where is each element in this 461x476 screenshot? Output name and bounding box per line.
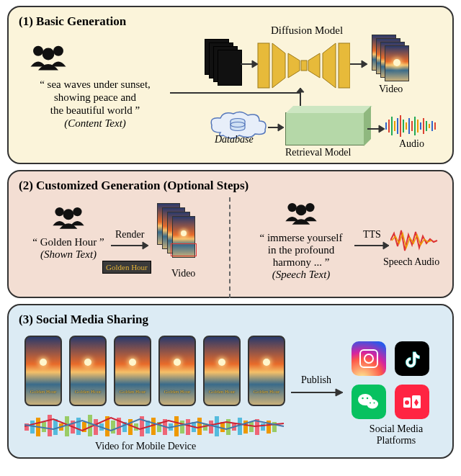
social-platforms-label-l1: Social Media [360,423,432,435]
svg-point-48 [305,203,314,212]
svg-marker-97 [336,389,343,396]
social-platforms-label-l2: Platforms [360,435,432,446]
arrow-db-to-retrieval [268,122,284,133]
svg-rect-91 [249,422,254,432]
svg-point-43 [73,207,81,216]
svg-rect-63 [88,415,92,436]
phone-frame: Golden Hour [24,336,62,406]
wechat-icon [352,385,386,419]
diffusion-model-icon [256,39,350,93]
svg-rect-53 [30,421,35,434]
svg-point-0 [33,46,43,56]
svg-point-102 [370,403,371,404]
panel2-title: (2) Customized Generation (Optional Step… [19,179,442,193]
arrow-publish [291,387,343,398]
speech-text-caption: (Speech Text) [243,269,359,281]
svg-point-103 [374,403,375,404]
svg-point-100 [362,398,364,400]
svg-marker-46 [143,242,148,249]
svg-marker-23 [379,125,385,133]
svg-rect-61 [76,418,81,435]
video-label-2: Video [171,268,195,279]
phone-frame: Golden Hour [158,336,196,406]
svg-rect-74 [151,418,156,435]
speech-audio-waveform-icon [390,226,441,255]
svg-rect-6 [301,60,307,71]
panel2-divider [229,197,230,298]
panel-customized-generation: (2) Customized Generation (Optional Step… [7,170,454,298]
svg-rect-9 [339,43,350,88]
audio-label: Audio [399,138,424,150]
speech-text-l2: in the profound [243,244,359,256]
svg-rect-79 [180,421,184,434]
svg-marker-5 [288,53,300,78]
phone-frame: Golden Hour [114,336,151,406]
content-text-block: “ sea waves under sunset, showing peace … [23,43,167,130]
svg-point-1 [53,46,63,56]
svg-rect-80 [186,419,190,435]
svg-point-49 [296,205,307,215]
people-icon [279,200,323,229]
svg-rect-3 [258,43,269,88]
golden-hour-chip: Golden Hour [102,261,151,274]
arrow-noise-to-diffusion [241,59,258,69]
svg-point-2 [42,48,55,60]
render-label: Render [115,229,144,241]
shown-text-line: “ Golden Hour ” [22,236,115,248]
phone-frame: Golden Hour [69,336,107,406]
video-label: Video [379,84,403,95]
content-text-caption: (Content Text) [23,117,167,130]
speech-audio-label: Speech Audio [383,256,439,268]
panel-basic-generation: (1) Basic Generation “ sea waves under s… [7,6,454,164]
panel-social-sharing: (3) Social Media Sharing Golden Hour Gol… [7,304,454,459]
arrow-render [111,241,148,251]
instagram-icon [352,341,386,376]
svg-point-44 [63,209,74,220]
panel2-content: “ Golden Hour ” (Shown Text) Render Gold… [19,197,442,298]
svg-rect-57 [53,419,58,435]
panel1-content: “ sea waves under sunset, showing peace … [19,33,442,159]
content-text-line1: “ sea waves under sunset, [23,78,167,91]
retrieval-model-label: Retrieval Model [285,147,351,158]
svg-rect-84 [209,421,213,434]
shown-text-caption: (Shown Text) [22,248,115,261]
svg-marker-7 [308,53,320,78]
publish-label: Publish [301,374,331,386]
svg-marker-51 [383,242,389,249]
speech-text-l3: harmony ... ” [243,256,359,269]
svg-point-47 [287,203,296,212]
svg-rect-89 [238,418,242,435]
phone-frame: Golden Hour [248,336,285,406]
svg-marker-8 [323,43,336,88]
svg-rect-56 [48,415,52,436]
svg-marker-16 [297,88,304,92]
content-text-line3: the beautiful world ” [23,104,167,117]
phone-frame: Golden Hour [203,336,241,406]
arrow-tts [354,241,389,251]
svg-point-99 [367,400,378,409]
svg-point-42 [55,207,63,216]
svg-marker-11 [252,60,258,68]
speech-text-block: “ immerse yourself in the profound harmo… [243,200,359,281]
svg-rect-67 [111,421,115,434]
svg-marker-13 [362,60,367,68]
shown-text-block: “ Golden Hour ” (Shown Text) [22,205,115,261]
tts-label: TTS [363,229,381,241]
people-icon [23,43,73,75]
svg-marker-4 [272,43,285,88]
panel1-title: (1) Basic Generation [19,14,442,29]
xiaohongshu-icon [395,385,429,419]
arrow-retrieval-to-audio [367,124,385,134]
svg-point-105 [405,400,409,405]
audio-spectrum-icon [24,410,285,439]
arrow-diffusion-to-video [350,59,367,69]
svg-marker-21 [278,124,284,131]
svg-rect-64 [94,419,98,435]
people-icon [46,205,91,233]
panel3-title: (3) Social Media Sharing [19,313,442,327]
diffusion-model-label: Diffusion Model [260,24,354,37]
tiktok-icon [395,341,429,376]
svg-rect-59 [65,416,69,436]
svg-point-101 [367,398,369,400]
panel3-content: Golden Hour Golden Hour Golden Hour Gold… [19,331,442,457]
